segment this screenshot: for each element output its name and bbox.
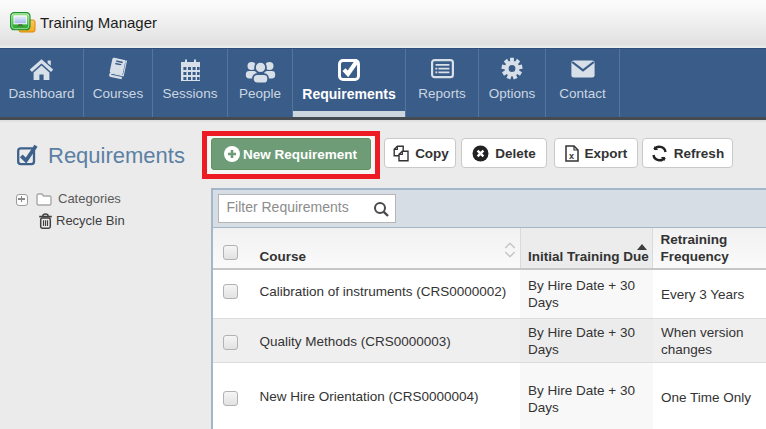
svg-text:x: x bbox=[569, 150, 574, 160]
